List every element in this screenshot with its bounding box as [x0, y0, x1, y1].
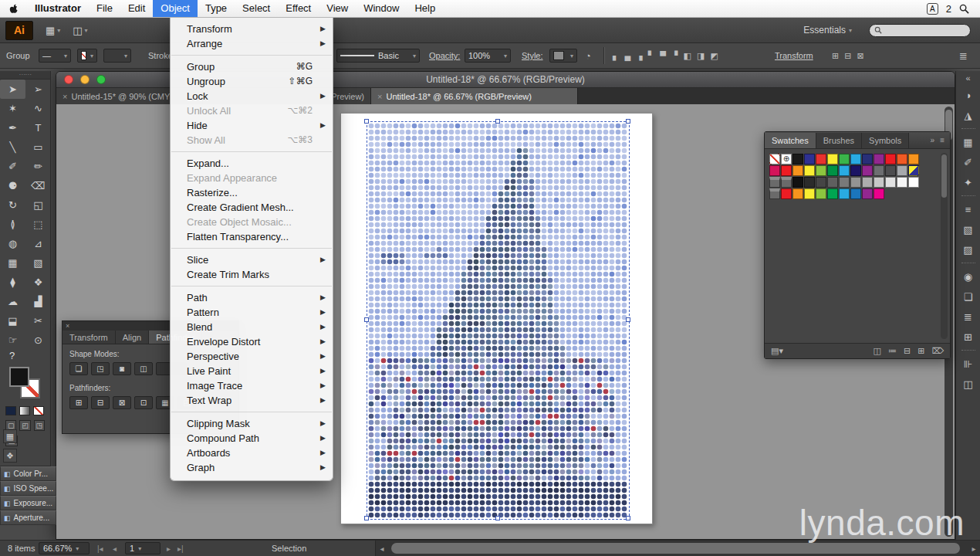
layers-icon[interactable]: ≣	[956, 307, 980, 327]
swatch-libraries-menu-icon[interactable]: ▤▾	[771, 346, 867, 356]
align-icon-7[interactable]: ◧	[683, 51, 691, 61]
color-guide-icon[interactable]: ◮	[956, 105, 980, 125]
scroll-left-icon[interactable]: ◂	[376, 541, 388, 556]
shape-mode-button-1[interactable]: ❏	[69, 362, 88, 375]
swatch-pattern[interactable]	[908, 165, 919, 176]
swatch[interactable]	[781, 165, 792, 176]
swatch[interactable]	[816, 188, 826, 199]
style-label[interactable]: Style:	[522, 51, 543, 60]
new-color-group-icon[interactable]: ⊟	[904, 346, 911, 356]
menu-item-ungroup[interactable]: Ungroup⇧⌘G	[171, 74, 333, 89]
align-icon-3[interactable]: ▗	[636, 51, 642, 61]
free-transform-tool[interactable]: ⬚	[25, 215, 51, 234]
swatches-scrollbar-thumb[interactable]	[941, 154, 947, 198]
stroke-color-button[interactable]: ▾	[77, 49, 97, 63]
transform-label[interactable]: Transform	[775, 51, 813, 60]
color-mode-button[interactable]	[5, 406, 16, 415]
close-tab-icon[interactable]: ×	[377, 92, 382, 101]
swatch-registration[interactable]: ⊕	[781, 154, 792, 164]
shape-mode-button-2[interactable]: ◳	[91, 362, 110, 375]
menu-item-rasterize[interactable]: Rasterize...	[171, 185, 333, 200]
align-icon-6[interactable]: ▝	[671, 51, 678, 61]
swatch[interactable]	[874, 165, 884, 176]
transparency-icon[interactable]: ▨	[956, 239, 980, 259]
swatch[interactable]	[897, 154, 907, 164]
slice-tool[interactable]: ✂	[25, 311, 51, 331]
spotlight-icon[interactable]	[959, 4, 969, 14]
arrange-documents-button[interactable]: ▦▾	[46, 25, 60, 36]
stroke-weight-select[interactable]: ▾	[103, 49, 131, 63]
collapsed-panel-color-pr[interactable]: ◧Color Pr...	[0, 466, 56, 481]
pencil-tool[interactable]: ✏	[25, 157, 51, 176]
pathfinder-button-2[interactable]: ⊟	[91, 396, 110, 409]
menu-item-transform[interactable]: Transform▶	[171, 22, 333, 36]
menu-item-text-wrap[interactable]: Text Wrap▶	[171, 393, 333, 408]
rotate-tool[interactable]: ↻	[0, 195, 25, 215]
control-panel-menu-icon[interactable]: ≣	[959, 50, 968, 62]
swatch[interactable]	[850, 177, 861, 188]
lasso-tool[interactable]: ∿	[25, 99, 51, 118]
stroke-icon[interactable]: ≡	[956, 199, 980, 219]
perspective-grid-tool[interactable]: ⊿	[25, 234, 51, 253]
swatch[interactable]	[862, 165, 873, 176]
swatch[interactable]	[862, 177, 873, 188]
menubar-item-effect[interactable]: Effect	[278, 0, 319, 17]
type-tool[interactable]: T	[25, 118, 51, 137]
swatch[interactable]	[769, 165, 780, 176]
menu-item-image-trace[interactable]: Image Trace▶	[171, 378, 333, 393]
swatch[interactable]	[874, 188, 884, 199]
menubar-item-select[interactable]: Select	[235, 0, 278, 17]
menu-item-arrange[interactable]: Arrange▶	[171, 36, 333, 51]
width-tool[interactable]: ≬	[0, 215, 25, 234]
brush-definition-select[interactable]: Basic▾	[336, 49, 420, 63]
artboards-icon[interactable]: ⊞	[956, 327, 980, 347]
align-icon-5[interactable]: ▀	[660, 51, 666, 61]
draw-mode-button-2[interactable]: ◰	[19, 420, 30, 431]
swatch[interactable]	[897, 177, 907, 188]
swatch[interactable]	[816, 177, 826, 188]
collapsed-panel-iso-spee[interactable]: ◧ISO Spee...	[0, 481, 56, 496]
rectangle-tool[interactable]: ▭	[25, 137, 51, 157]
last-artboard-button[interactable]: ▸|	[177, 544, 184, 553]
zoom-window-button[interactable]	[96, 75, 106, 84]
swatches-icon[interactable]: ▦	[956, 132, 980, 152]
swatches-scrollbar[interactable]	[941, 153, 948, 339]
swatch[interactable]	[850, 154, 861, 164]
variable-width-profile-select[interactable]: —▾	[39, 49, 71, 63]
panel-cycle-icon[interactable]: »	[931, 136, 935, 144]
menu-item-create-gradient-mesh[interactable]: Create Gradient Mesh...	[171, 200, 333, 215]
fill-swatch[interactable]	[9, 367, 29, 387]
menu-item-create-trim-marks[interactable]: Create Trim Marks	[171, 267, 333, 282]
menubar-item-edit[interactable]: Edit	[120, 0, 153, 17]
align-icon-2[interactable]: ▄	[624, 51, 630, 61]
pathfinder-button-4[interactable]: ⊡	[134, 396, 153, 409]
mesh-tool[interactable]: ▦	[0, 253, 25, 273]
docked-panel-icon-1[interactable]: ▦	[3, 429, 17, 443]
swatch-kinds-menu-icon[interactable]: ◫	[874, 346, 881, 356]
swatch-color-group[interactable]	[769, 177, 780, 188]
recolor-artwork-icon[interactable]: ◔	[585, 50, 591, 62]
symbol-sprayer-tool[interactable]: ☁	[0, 292, 25, 311]
menu-item-path[interactable]: Path▶	[171, 290, 333, 305]
apple-menu[interactable]	[0, 0, 27, 17]
blend-tool[interactable]: ❖	[25, 273, 51, 292]
menubar-item-object[interactable]: Object	[153, 0, 198, 17]
menu-item-expand[interactable]: Expand...	[171, 156, 333, 171]
next-artboard-button[interactable]: ▸	[167, 544, 171, 553]
direct-selection-tool[interactable]: ➢	[25, 80, 51, 99]
swatch[interactable]	[839, 165, 850, 176]
document-tab[interactable]: ×Untitled-18* @ 66.67% (RGB/Preview)	[371, 88, 578, 104]
swatch[interactable]	[827, 154, 838, 164]
brushes-icon[interactable]: ✐	[956, 152, 980, 172]
swatch[interactable]	[804, 154, 815, 164]
first-artboard-button[interactable]: |◂	[97, 544, 103, 553]
artboard[interactable]	[340, 113, 653, 524]
gradient-icon[interactable]: ▧	[956, 219, 980, 239]
eyedropper-tool[interactable]: ⧫	[0, 273, 25, 292]
shape-mode-button-4[interactable]: ◫	[134, 362, 153, 375]
tools-panel-grip[interactable]: ⋯⋯	[0, 71, 50, 80]
magic-wand-tool[interactable]: ✶	[0, 99, 25, 118]
menu-item-graph[interactable]: Graph▶	[171, 460, 333, 475]
collapsed-panel-exposure[interactable]: ◧Exposure...	[0, 496, 56, 510]
scroll-right-icon[interactable]: ▸	[968, 541, 980, 556]
